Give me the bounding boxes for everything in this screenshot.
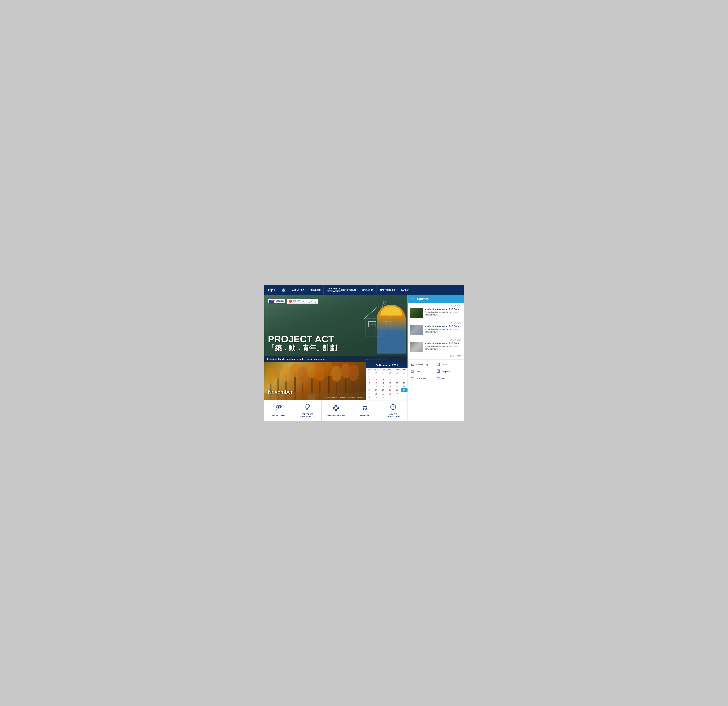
update-item-4: 29 Jun 2015 [408, 354, 464, 360]
cal-cell[interactable]: 7 [366, 382, 373, 385]
qlp-ask-management[interactable]: ? ASK THEMANAGEMENT [379, 401, 407, 421]
cal-cell[interactable]: 31 [366, 375, 373, 378]
svg-rect-61 [411, 376, 412, 377]
staff-link-hris[interactable]: HRIS [436, 376, 461, 381]
cal-cell[interactable] [380, 375, 387, 378]
cal-cell[interactable]: 8 [373, 382, 380, 385]
hris-label: HRIS [442, 377, 446, 379]
hero-title: PROJECT ACT 「築．動．青年」計劃 [268, 334, 337, 352]
update-title-1: Insight: New Campus for THEi Future [425, 308, 461, 310]
cal-cell[interactable]: 5 [394, 378, 401, 382]
cal-cell[interactable]: 30 [401, 371, 407, 375]
cal-cell[interactable]: 22 [387, 388, 394, 392]
cal-cell[interactable]: 5 [394, 395, 401, 399]
templates-label: Templates [442, 370, 451, 373]
calendar-section: 24 November 2015 SUN MON TUE WED THU FRI… [366, 362, 407, 400]
rlp-logo-text: RONALD LU& PARTNERS [274, 300, 284, 303]
cal-cell[interactable]: 1 [366, 378, 373, 382]
update-image-1 [410, 308, 423, 318]
update-desc-2: The design of the campus focuses on two … [425, 328, 461, 333]
cal-cell[interactable]: 4 [387, 378, 394, 382]
forms-icon [436, 363, 440, 367]
cal-cell[interactable]: 10 [387, 382, 394, 385]
cal-cell[interactable]: 2 [373, 378, 380, 382]
cal-cell[interactable]: 13 [366, 385, 373, 388]
cal-cell[interactable]: 23 [394, 388, 401, 392]
cal-cell[interactable]: 19 [366, 388, 373, 392]
partner-logo-icon [289, 300, 292, 303]
nav-learning-development[interactable]: LEARNING &DEVELOPMENT [324, 285, 338, 295]
cal-cell[interactable]: 4 [387, 395, 394, 399]
calendar-grid: 25 26 27 28 29 30 31 [366, 371, 407, 378]
cal-day-wed: WED [387, 368, 394, 371]
qlp-staff-recreation[interactable]: STAFF RECREATION [322, 401, 350, 421]
cal-cell[interactable] [401, 375, 407, 378]
cal-cell[interactable]: 3 [380, 378, 387, 382]
update-item-1[interactable]: 29 Jun 2015 Insight: New Campus for THEi… [408, 303, 464, 320]
staff-link-templates[interactable]: Templates [436, 369, 461, 374]
cal-day-sun: SUN [366, 368, 373, 371]
cal-cell[interactable]: 26 [373, 392, 380, 395]
hero-logos: RONALD LU& PARTNERS 香港青年聯盟The Hongkong F… [268, 299, 318, 304]
qlp-corporate-responsibility[interactable]: CORPORATERESPONSIBILITY [293, 401, 322, 421]
nav-career[interactable]: CAREER [398, 285, 412, 295]
update-thumb-3 [410, 342, 423, 352]
cal-cell[interactable]: 20 [373, 388, 380, 392]
cal-cell[interactable]: 14 [373, 385, 380, 388]
main-area: RONALD LU& PARTNERS 香港青年聯盟The Hongkong F… [264, 295, 464, 421]
cal-cell[interactable]: 30 [401, 392, 407, 395]
cal-cell[interactable]: 27 [380, 371, 387, 375]
nav-about-rlp[interactable]: ABOUT RLP [289, 285, 307, 295]
staff-link-dms[interactable]: DMS [410, 369, 435, 374]
cal-cell[interactable] [394, 375, 401, 378]
cal-cell[interactable]: 28 [387, 392, 394, 395]
staff-directory-label: Staff Directory [416, 363, 428, 366]
dms-label: DMS [416, 370, 420, 373]
hero-title-main: PROJECT ACT [268, 334, 337, 344]
qlp-emarket[interactable]: eMARKET [350, 401, 379, 421]
nav-projects[interactable]: PROJECTS [307, 285, 324, 295]
qlp-rlpers-blog[interactable]: RLPers BLOG [264, 401, 293, 421]
cal-cell[interactable]: 1 [366, 395, 373, 399]
cal-cell[interactable]: 29 [394, 392, 401, 395]
staff-link-staff-directory[interactable]: Staff Directory [410, 362, 435, 367]
cal-cell[interactable]: 2 [373, 395, 380, 399]
cal-cell[interactable] [387, 375, 394, 378]
svg-text:?: ? [392, 405, 394, 409]
dms-icon [410, 369, 414, 373]
cal-cell[interactable]: 25 [366, 371, 373, 375]
cal-cell[interactable]: 6 [401, 378, 407, 382]
nav-photo-album[interactable]: PHOTO ALBUM [338, 285, 358, 295]
cal-cell[interactable] [373, 375, 380, 378]
cal-cell[interactable]: 15 [380, 385, 387, 388]
cal-cell[interactable]: 3 [380, 395, 387, 399]
update-date-2: 29 Jun 2015 [410, 322, 461, 324]
nav-operation[interactable]: OPERATION [359, 285, 377, 295]
staff-link-forms[interactable]: Forms [436, 362, 461, 367]
cal-cell[interactable]: 12 [401, 382, 407, 385]
cal-cell[interactable]: 28 [387, 371, 394, 375]
cal-cell[interactable]: 16 [387, 385, 394, 388]
update-item-3[interactable]: 29 Jun 2015 Insight: New Campus for THEi… [408, 337, 464, 354]
cal-cell[interactable]: 21 [380, 388, 387, 392]
nav-staff-corner[interactable]: STAFF CORNER [376, 285, 398, 295]
cal-cell[interactable]: 9 [380, 382, 387, 385]
svg-point-41 [365, 409, 367, 410]
home-icon[interactable]: 🏠 [282, 288, 286, 292]
cal-cell[interactable]: 27 [380, 392, 387, 395]
svg-rect-62 [413, 376, 413, 377]
hris-icon [436, 376, 440, 380]
calendar-grid-main: 1 2 3 4 5 6 7 8 9 10 11 12 13 14 [366, 378, 407, 399]
navbar: rlp+ 🏠 ABOUT RLP PROJECTS LEARNING &DEVE… [264, 285, 464, 295]
cal-cell[interactable]: 17 [394, 385, 401, 388]
cal-cell-today[interactable]: 24 [401, 388, 407, 392]
svg-rect-32 [306, 395, 316, 396]
cal-cell[interactable]: 26 [373, 371, 380, 375]
cal-cell[interactable]: 18 [401, 385, 407, 388]
cal-cell[interactable]: 25 [366, 392, 373, 395]
logo[interactable]: rlp+ [268, 288, 276, 292]
cal-cell[interactable]: 11 [394, 382, 401, 385]
update-item-2[interactable]: 29 Jun 2015 Insight: New Campus for THEi… [408, 320, 464, 337]
cal-cell[interactable]: 29 [394, 371, 401, 375]
staff-link-timesheet[interactable]: Time Sheet [410, 376, 435, 381]
